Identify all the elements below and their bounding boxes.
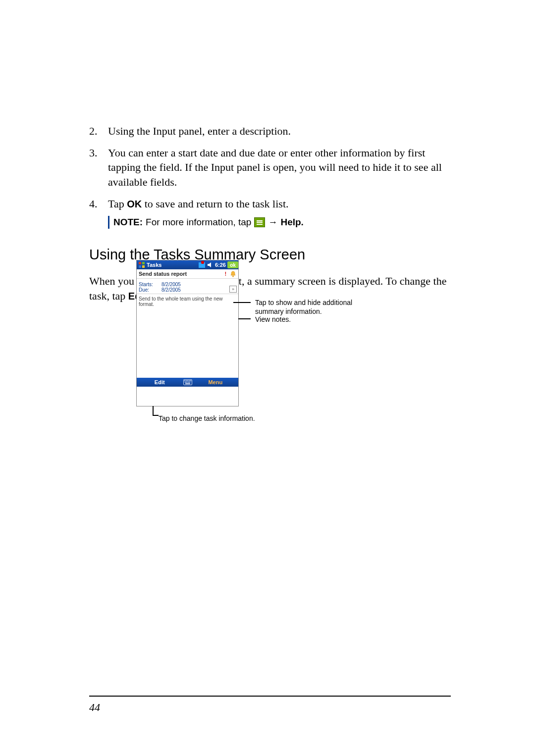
windows-flag-icon[interactable]: [138, 261, 146, 269]
svg-point-5: [232, 275, 234, 277]
callout-change-info: Tap to change task information.: [159, 414, 307, 423]
svg-rect-13: [186, 382, 187, 383]
callout-change-info-text: Tap to change task information.: [159, 414, 255, 422]
device-screenshot: Tasks 6:26 ok Send status report !: [136, 260, 239, 406]
task-name: Send status report: [139, 271, 225, 277]
svg-rect-2: [139, 265, 141, 268]
keyboard-icon[interactable]: [183, 379, 193, 386]
reminder-bell-icon[interactable]: [229, 270, 236, 277]
note-block: NOTE: For more information, tap → Help.: [108, 216, 451, 229]
callout-lead-line: [233, 302, 251, 303]
svg-rect-3: [142, 265, 145, 268]
step-2-text: Using the Input panel, enter a descripti…: [108, 125, 291, 137]
svg-marker-4: [208, 262, 211, 267]
svg-rect-16: [185, 383, 190, 384]
callout-lead-line: [238, 318, 251, 319]
due-label: Due:: [139, 287, 161, 293]
callout-lead-line: [153, 406, 154, 415]
note-help: Help.: [280, 216, 303, 229]
app-title: Tasks: [147, 262, 199, 268]
svg-rect-7: [184, 380, 185, 381]
status-area: 6:26: [199, 262, 226, 268]
titlebar: Tasks 6:26 ok: [137, 260, 238, 269]
task-details-block: Starts: 8/2/2005 » Due: 8/2/2005: [137, 279, 238, 294]
expand-toggle[interactable]: »: [229, 286, 237, 293]
step-4-prefix: Tap: [108, 198, 127, 210]
step-3-text: You can enter a start date and due date …: [108, 147, 442, 188]
notes-area[interactable]: Send to the whole team using the new for…: [137, 294, 238, 378]
callout-lead-line: [153, 415, 159, 416]
callout-view-notes: View notes.: [255, 315, 379, 324]
step-4-suffix: to save and return to the task list.: [142, 198, 288, 210]
due-value: 8/2/2005: [161, 287, 229, 293]
callout-show-hide: Tap to show and hide additional summary …: [255, 299, 379, 316]
menu-button[interactable]: Menu: [193, 379, 239, 385]
svg-rect-8: [186, 380, 187, 381]
start-icon: [254, 217, 265, 227]
note-label: NOTE:: [113, 216, 143, 229]
bottombar: Edit Menu: [137, 378, 238, 387]
priority-high-icon: !: [225, 271, 226, 277]
step-4-ok: OK: [127, 199, 142, 209]
clock: 6:26: [215, 262, 226, 268]
svg-rect-12: [185, 382, 186, 383]
arrow-icon: →: [268, 216, 277, 229]
note-before: For more information, tap: [146, 216, 251, 229]
starts-label: Starts:: [139, 282, 161, 287]
callout-show-hide-text: Tap to show and hide additional summary …: [255, 299, 352, 315]
network-icon[interactable]: [199, 262, 205, 268]
step-3-marker: 3.: [89, 146, 98, 160]
task-header: Send status report !: [137, 269, 238, 279]
svg-rect-0: [139, 262, 141, 264]
edit-button[interactable]: Edit: [137, 379, 183, 385]
svg-rect-15: [189, 382, 190, 383]
starts-value: 8/2/2005: [161, 282, 229, 287]
svg-rect-14: [188, 382, 189, 383]
svg-rect-9: [187, 380, 188, 381]
callout-view-notes-text: View notes.: [255, 315, 291, 323]
ok-button[interactable]: ok: [227, 261, 238, 268]
figure: Tasks 6:26 ok Send status report !: [136, 260, 483, 433]
page-number: 44: [89, 701, 100, 714]
svg-rect-10: [189, 380, 190, 381]
step-4-marker: 4.: [89, 197, 98, 211]
step-2-marker: 2.: [89, 124, 98, 139]
svg-rect-1: [142, 262, 145, 264]
footer-rule: [89, 696, 451, 697]
speaker-icon[interactable]: [208, 262, 213, 267]
svg-rect-11: [190, 380, 191, 381]
